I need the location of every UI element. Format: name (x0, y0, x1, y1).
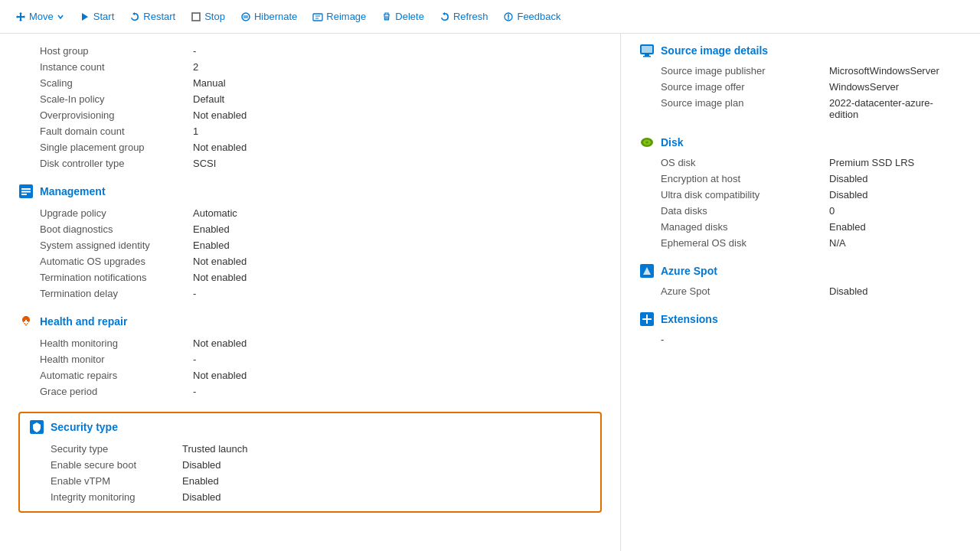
list-item: Source image offer WindowsServer (639, 79, 962, 95)
security-icon (29, 419, 44, 435)
reimage-button[interactable]: Reimage (306, 8, 372, 25)
list-item: Data disks 0 (639, 203, 962, 219)
disk-section: Disk OS disk Premium SSD LRS Encryption … (639, 135, 962, 251)
list-item: Encryption at host Disabled (639, 171, 962, 187)
svg-marker-0 (82, 13, 88, 21)
start-icon (80, 11, 90, 22)
hibernate-icon (240, 11, 251, 22)
svg-rect-3 (313, 14, 322, 21)
reimage-icon (312, 11, 323, 22)
toolbar: Move Start Restart Stop Hibernate Reimag… (0, 0, 980, 34)
list-item: Ephemeral OS disk N/A (639, 235, 962, 251)
list-item: Enable secure boot Disabled (29, 457, 591, 473)
list-item: Integrity monitoring Disabled (29, 489, 591, 505)
svg-rect-1 (192, 13, 200, 21)
refresh-button[interactable]: Refresh (433, 8, 495, 25)
svg-rect-11 (642, 46, 652, 53)
list-item: Upgrade policy Automatic (18, 205, 602, 221)
feedback-button[interactable]: Feedback (497, 8, 567, 25)
extensions-section: Extensions - (639, 311, 962, 347)
list-item: Single placement group Not enabled (18, 139, 602, 155)
list-item: Fault domain count 1 (18, 123, 602, 139)
hibernate-button[interactable]: Hibernate (234, 8, 303, 25)
main-content: Host group - Instance count 2 Scaling Ma… (0, 34, 980, 551)
svg-rect-7 (21, 191, 31, 193)
svg-point-16 (645, 142, 648, 144)
svg-rect-12 (645, 54, 649, 56)
list-item: Scaling Manual (18, 75, 602, 91)
source-image-section: Source image details Source image publis… (639, 43, 962, 122)
delete-button[interactable]: Delete (375, 8, 430, 25)
right-panel: Source image details Source image publis… (620, 34, 980, 551)
list-item: Health monitoring Not enabled (18, 335, 602, 351)
list-item: Security type Trusted launch (29, 441, 591, 457)
list-item: Source image plan 2022-datacenter-azure-… (639, 95, 962, 122)
move-icon (15, 11, 26, 22)
list-item: Host group - (18, 43, 602, 59)
ext-icon (639, 311, 655, 327)
health-section: Health and repair Health monitoring Not … (18, 314, 602, 399)
security-section: Security type Security type Trusted laun… (18, 412, 602, 513)
list-item: Instance count 2 (18, 59, 602, 75)
list-item: Boot diagnostics Enabled (18, 221, 602, 237)
disk-icon (639, 135, 655, 150)
list-item: Termination delay - (18, 285, 602, 302)
refresh-icon (439, 11, 450, 22)
move-button[interactable]: Move (9, 8, 70, 25)
list-item: Disk controller type SCSI (18, 155, 602, 171)
restart-button[interactable]: Restart (123, 8, 181, 25)
general-section: Host group - Instance count 2 Scaling Ma… (18, 43, 602, 171)
spot-icon (639, 263, 655, 279)
start-button[interactable]: Start (74, 8, 120, 25)
svg-rect-8 (21, 194, 27, 195)
list-item: Automatic repairs Not enabled (18, 367, 602, 383)
feedback-icon (503, 11, 514, 22)
svg-rect-20 (646, 315, 648, 324)
delete-icon (381, 11, 392, 22)
management-icon (18, 184, 34, 199)
list-item: Scale-In policy Default (18, 91, 602, 107)
monitor-icon (639, 43, 655, 58)
chevron-down-icon (57, 13, 64, 21)
list-item: Grace period - (18, 383, 602, 399)
svg-rect-6 (21, 188, 31, 190)
list-item: Managed disks Enabled (639, 219, 962, 235)
restart-icon (129, 11, 140, 22)
management-section: Management Upgrade policy Automatic Boot… (18, 184, 602, 302)
left-panel: Host group - Instance count 2 Scaling Ma… (0, 34, 620, 551)
list-item: Azure Spot Disabled (639, 283, 962, 299)
list-item: Source image publisher MicrosoftWindowsS… (639, 63, 962, 79)
svg-rect-13 (643, 56, 651, 57)
list-item: Health monitor - (18, 351, 602, 367)
list-item: Termination notifications Not enabled (18, 269, 602, 285)
list-item: Ultra disk compatibility Disabled (639, 187, 962, 203)
health-icon (18, 314, 34, 329)
stop-icon (191, 11, 201, 22)
list-item: Automatic OS upgrades Not enabled (18, 253, 602, 269)
stop-button[interactable]: Stop (185, 8, 231, 25)
azure-spot-section: Azure Spot Azure Spot Disabled (639, 263, 962, 299)
list-item: Enable vTPM Enabled (29, 473, 591, 489)
list-item: OS disk Premium SSD LRS (639, 155, 962, 171)
list-item: Overprovisioning Not enabled (18, 107, 602, 123)
list-item: - (639, 331, 962, 347)
list-item: System assigned identity Enabled (18, 237, 602, 253)
